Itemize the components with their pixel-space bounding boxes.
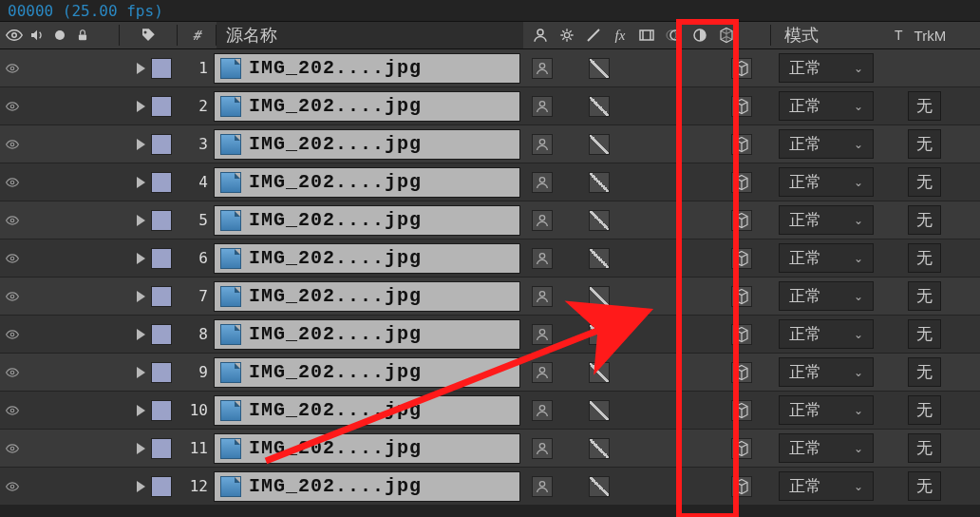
source-name-cell[interactable]: IMG_202....jpg xyxy=(214,281,520,312)
shy-switch[interactable] xyxy=(532,286,553,307)
frameblend-switch[interactable] xyxy=(646,438,667,459)
layer-row[interactable]: 1 IMG_202....jpg 正常 ⌄ xyxy=(0,49,980,87)
source-name-header[interactable]: 源名称 xyxy=(217,22,523,48)
quality-switch[interactable] xyxy=(589,286,610,307)
motionblur-switch[interactable] xyxy=(674,210,695,231)
label-color-swatch[interactable] xyxy=(151,286,172,307)
layer-row[interactable]: 9 IMG_202....jpg 正常 ⌄ 无 xyxy=(0,354,980,392)
expand-triangle-icon[interactable] xyxy=(137,101,145,112)
source-name-cell[interactable]: IMG_202....jpg xyxy=(214,319,520,350)
adjustment-switch[interactable] xyxy=(703,248,724,269)
shy-icon[interactable] xyxy=(531,27,550,44)
fx-switch[interactable] xyxy=(617,210,638,231)
3d-switch[interactable] xyxy=(731,96,752,117)
adjustment-switch[interactable] xyxy=(703,210,724,231)
quality-switch[interactable] xyxy=(589,96,610,117)
blend-mode-dropdown[interactable]: 正常 ⌄ xyxy=(779,471,874,501)
visibility-toggle[interactable] xyxy=(4,98,21,115)
blend-mode-dropdown[interactable]: 正常 ⌄ xyxy=(779,129,874,159)
eye-icon[interactable] xyxy=(6,27,23,44)
fx-switch[interactable] xyxy=(617,362,638,383)
motionblur-switch[interactable] xyxy=(674,286,695,307)
fx-switch[interactable] xyxy=(617,286,638,307)
motionblur-switch[interactable] xyxy=(674,438,695,459)
motionblur-switch[interactable] xyxy=(674,248,695,269)
quality-switch[interactable] xyxy=(589,172,610,193)
layer-row[interactable]: 4 IMG_202....jpg 正常 ⌄ 无 xyxy=(0,163,980,201)
3d-switch[interactable] xyxy=(731,324,752,345)
visibility-toggle[interactable] xyxy=(4,478,21,495)
quality-icon[interactable] xyxy=(584,27,603,44)
frameblend-switch[interactable] xyxy=(646,248,667,269)
expand-triangle-icon[interactable] xyxy=(137,291,145,302)
expand-triangle-icon[interactable] xyxy=(137,177,145,188)
trkmat-dropdown[interactable]: 无 xyxy=(908,129,941,159)
layer-row[interactable]: 12 IMG_202....jpg 正常 ⌄ 无 xyxy=(0,468,980,506)
blend-mode-dropdown[interactable]: 正常 ⌄ xyxy=(779,205,874,235)
motionblur-switch[interactable] xyxy=(674,134,695,155)
collapse-switch[interactable] xyxy=(560,324,581,345)
motionblur-switch[interactable] xyxy=(674,172,695,193)
shy-switch[interactable] xyxy=(532,476,553,497)
expand-triangle-icon[interactable] xyxy=(137,329,145,340)
layer-row[interactable]: 5 IMG_202....jpg 正常 ⌄ 无 xyxy=(0,201,980,239)
layer-row[interactable]: 11 IMG_202....jpg 正常 ⌄ 无 xyxy=(0,430,980,468)
shy-switch[interactable] xyxy=(532,248,553,269)
expand-triangle-icon[interactable] xyxy=(137,139,145,150)
collapse-switch[interactable] xyxy=(560,172,581,193)
quality-switch[interactable] xyxy=(589,324,610,345)
trkmat-dropdown[interactable]: 无 xyxy=(908,281,941,311)
source-name-cell[interactable]: IMG_202....jpg xyxy=(214,471,520,502)
source-name-cell[interactable]: IMG_202....jpg xyxy=(214,167,520,198)
source-name-cell[interactable]: IMG_202....jpg xyxy=(214,395,520,426)
fx-switch[interactable] xyxy=(617,58,638,79)
motionblur-switch[interactable] xyxy=(674,58,695,79)
trkmat-dropdown[interactable]: 无 xyxy=(908,357,941,387)
layer-row[interactable]: 6 IMG_202....jpg 正常 ⌄ 无 xyxy=(0,239,980,278)
expand-triangle-icon[interactable] xyxy=(137,405,145,416)
visibility-toggle[interactable] xyxy=(4,402,21,419)
motionblur-switch[interactable] xyxy=(674,324,695,345)
frameblend-switch[interactable] xyxy=(646,324,667,345)
adjustment-icon[interactable] xyxy=(690,27,709,44)
adjustment-switch[interactable] xyxy=(703,172,724,193)
adjustment-switch[interactable] xyxy=(703,476,724,497)
motionblur-switch[interactable] xyxy=(674,476,695,497)
visibility-toggle[interactable] xyxy=(4,440,21,457)
fx-switch[interactable] xyxy=(617,172,638,193)
collapse-switch[interactable] xyxy=(560,476,581,497)
blend-mode-dropdown[interactable]: 正常 ⌄ xyxy=(779,357,874,387)
label-column-header[interactable] xyxy=(120,27,177,44)
blend-mode-dropdown[interactable]: 正常 ⌄ xyxy=(779,433,874,463)
3d-switch[interactable] xyxy=(731,134,752,155)
adjustment-switch[interactable] xyxy=(703,58,724,79)
shy-switch[interactable] xyxy=(532,58,553,79)
fx-switch[interactable] xyxy=(617,438,638,459)
source-name-cell[interactable]: IMG_202....jpg xyxy=(214,205,520,236)
visibility-toggle[interactable] xyxy=(4,60,21,77)
collapse-switch[interactable] xyxy=(560,438,581,459)
3d-switch[interactable] xyxy=(731,248,752,269)
source-name-cell[interactable]: IMG_202....jpg xyxy=(214,129,520,160)
motionblur-switch[interactable] xyxy=(674,400,695,421)
quality-switch[interactable] xyxy=(589,134,610,155)
frameblend-switch[interactable] xyxy=(646,362,667,383)
shy-switch[interactable] xyxy=(532,172,553,193)
quality-switch[interactable] xyxy=(589,476,610,497)
visibility-toggle[interactable] xyxy=(4,136,21,153)
label-color-swatch[interactable] xyxy=(151,172,172,193)
frameblend-switch[interactable] xyxy=(646,172,667,193)
label-color-swatch[interactable] xyxy=(151,134,172,155)
quality-switch[interactable] xyxy=(589,438,610,459)
shy-switch[interactable] xyxy=(532,96,553,117)
layer-row[interactable]: 7 IMG_202....jpg 正常 ⌄ 无 xyxy=(0,278,980,316)
visibility-toggle[interactable] xyxy=(4,174,21,191)
adjustment-switch[interactable] xyxy=(703,134,724,155)
source-name-cell[interactable]: IMG_202....jpg xyxy=(214,243,520,274)
shy-switch[interactable] xyxy=(532,400,553,421)
blend-mode-dropdown[interactable]: 正常 ⌄ xyxy=(779,243,874,273)
blend-mode-dropdown[interactable]: 正常 ⌄ xyxy=(779,395,874,425)
collapse-switch[interactable] xyxy=(560,96,581,117)
trkmat-dropdown[interactable]: 无 xyxy=(908,91,941,121)
3d-switch[interactable] xyxy=(731,476,752,497)
